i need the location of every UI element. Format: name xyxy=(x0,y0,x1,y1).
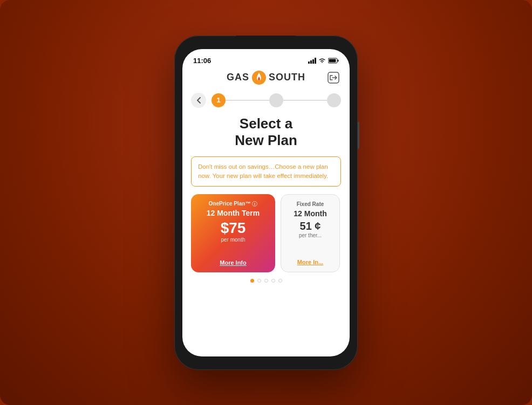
step-line-1 xyxy=(226,100,269,101)
exit-icon xyxy=(328,72,339,84)
svg-text:i: i xyxy=(254,202,255,206)
dots-pagination xyxy=(191,272,341,287)
logo-text-left: GAS xyxy=(227,72,249,83)
plan-label-oneprice: OnePrice Plan™ i xyxy=(209,201,258,207)
logo-area: GAS SOUTH xyxy=(227,70,305,85)
page-title: Select aNew Plan xyxy=(191,115,341,149)
dot-3[interactable] xyxy=(264,279,268,283)
info-banner: Don't miss out on savings…Choose a new p… xyxy=(191,156,341,187)
power-button xyxy=(358,122,359,149)
plans-row: OnePrice Plan™ i 12 Month Term $75 per m… xyxy=(191,194,341,272)
status-time: 11:06 xyxy=(193,57,211,65)
plan-price-fixed: 51 ¢ xyxy=(300,220,321,232)
plan-more-info-fixed[interactable]: More In... xyxy=(297,259,323,265)
plan-term-oneprice: 12 Month Term xyxy=(207,209,260,217)
phone-body: 11:06 xyxy=(174,36,358,370)
plan-term-fixed: 12 Month xyxy=(294,209,326,218)
plan-per-oneprice: per month xyxy=(221,237,245,243)
plan-price-oneprice: $75 xyxy=(221,219,246,237)
page-content: Select aNew Plan Don't miss out on savin… xyxy=(182,115,350,356)
wifi-icon xyxy=(318,58,326,64)
phone-device: 11:06 xyxy=(174,36,358,370)
svg-rect-1 xyxy=(310,60,312,64)
plan-label-fixed: Fixed Rate xyxy=(297,201,324,207)
svg-rect-6 xyxy=(329,59,336,62)
dot-5[interactable] xyxy=(278,279,282,283)
info-banner-text: Don't miss out on savings…Choose a new p… xyxy=(198,162,334,181)
svg-rect-0 xyxy=(308,61,310,64)
exit-button[interactable] xyxy=(326,70,341,85)
dot-1[interactable] xyxy=(250,279,254,283)
dot-4[interactable] xyxy=(271,279,275,283)
status-bar: 11:06 xyxy=(182,49,350,68)
plan-more-info-oneprice[interactable]: More Info xyxy=(220,259,247,266)
back-button[interactable] xyxy=(191,93,206,108)
logo-text-right: SOUTH xyxy=(269,72,305,83)
svg-rect-2 xyxy=(312,59,314,64)
phone-notch xyxy=(236,36,296,47)
svg-rect-3 xyxy=(315,58,316,64)
plan-card-fixed[interactable]: Fixed Rate 12 Month 51 ¢ per ther... Mor… xyxy=(281,194,340,272)
step-3 xyxy=(327,93,341,107)
battery-icon xyxy=(328,58,339,64)
phone-screen: 11:06 xyxy=(182,49,350,356)
chevron-left-icon xyxy=(196,97,201,104)
app-header: GAS SOUTH xyxy=(182,68,350,91)
plan-card-oneprice[interactable]: OnePrice Plan™ i 12 Month Term $75 per m… xyxy=(191,194,275,272)
dot-2[interactable] xyxy=(257,279,261,283)
status-icons xyxy=(308,58,339,64)
logo-flame-icon xyxy=(251,70,267,85)
svg-rect-5 xyxy=(338,59,339,61)
steps-row: 1 xyxy=(212,93,341,107)
progress-section: 1 xyxy=(182,91,350,115)
info-icon: i xyxy=(252,201,257,207)
signal-icon xyxy=(308,58,316,64)
step-1: 1 xyxy=(212,93,226,107)
step-2 xyxy=(269,93,283,107)
step-line-2 xyxy=(283,100,327,101)
plan-per-fixed: per ther... xyxy=(299,232,322,238)
